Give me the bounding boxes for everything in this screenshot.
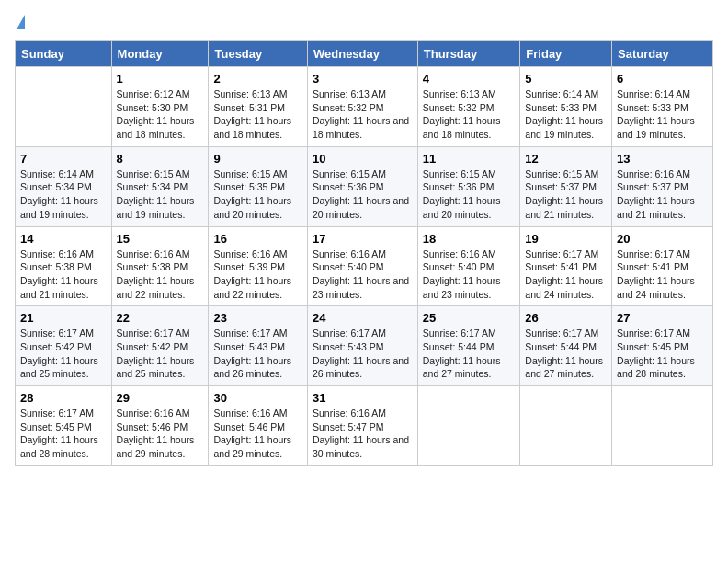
- calendar-cell: 23Sunrise: 6:17 AMSunset: 5:43 PMDayligh…: [209, 306, 308, 386]
- calendar-cell: [520, 386, 612, 466]
- col-header-tuesday: Tuesday: [209, 41, 308, 67]
- day-number: 6: [617, 72, 708, 86]
- calendar-week-row: 1Sunrise: 6:12 AMSunset: 5:30 PMDaylight…: [16, 67, 713, 147]
- calendar-week-row: 28Sunrise: 6:17 AMSunset: 5:45 PMDayligh…: [16, 386, 713, 466]
- day-number: 18: [423, 232, 516, 246]
- day-info: Sunrise: 6:16 AMSunset: 5:37 PMDaylight:…: [617, 167, 708, 222]
- day-info: Sunrise: 6:17 AMSunset: 5:43 PMDaylight:…: [213, 327, 302, 381]
- calendar-table: SundayMondayTuesdayWednesdayThursdayFrid…: [15, 40, 713, 466]
- calendar-cell: 18Sunrise: 6:16 AMSunset: 5:40 PMDayligh…: [417, 226, 520, 306]
- calendar-cell: 4Sunrise: 6:13 AMSunset: 5:32 PMDaylight…: [417, 67, 520, 147]
- day-info: Sunrise: 6:16 AMSunset: 5:38 PMDaylight:…: [20, 247, 107, 302]
- calendar-cell: 26Sunrise: 6:17 AMSunset: 5:44 PMDayligh…: [520, 306, 612, 386]
- calendar-cell: 7Sunrise: 6:14 AMSunset: 5:34 PMDaylight…: [16, 146, 112, 226]
- day-info: Sunrise: 6:17 AMSunset: 5:45 PMDaylight:…: [617, 327, 708, 381]
- day-number: 11: [423, 152, 516, 166]
- logo-triangle-icon: [17, 15, 25, 29]
- col-header-wednesday: Wednesday: [307, 41, 417, 67]
- day-info: Sunrise: 6:16 AMSunset: 5:38 PMDaylight:…: [117, 247, 204, 302]
- day-number: 23: [213, 311, 302, 325]
- day-info: Sunrise: 6:16 AMSunset: 5:40 PMDaylight:…: [313, 247, 413, 302]
- calendar-cell: 31Sunrise: 6:16 AMSunset: 5:47 PMDayligh…: [307, 386, 417, 466]
- day-number: 8: [117, 152, 204, 166]
- calendar-cell: 2Sunrise: 6:13 AMSunset: 5:31 PMDaylight…: [209, 67, 308, 147]
- calendar-cell: 22Sunrise: 6:17 AMSunset: 5:42 PMDayligh…: [111, 306, 209, 386]
- day-number: 24: [313, 311, 413, 325]
- col-header-friday: Friday: [520, 41, 612, 67]
- calendar-cell: 20Sunrise: 6:17 AMSunset: 5:41 PMDayligh…: [612, 226, 713, 306]
- col-header-sunday: Sunday: [16, 41, 112, 67]
- day-info: Sunrise: 6:13 AMSunset: 5:32 PMDaylight:…: [313, 87, 413, 142]
- day-number: 15: [117, 232, 204, 246]
- day-info: Sunrise: 6:16 AMSunset: 5:46 PMDaylight:…: [117, 407, 204, 461]
- calendar-cell: 13Sunrise: 6:16 AMSunset: 5:37 PMDayligh…: [612, 146, 713, 226]
- calendar-cell: 3Sunrise: 6:13 AMSunset: 5:32 PMDaylight…: [307, 67, 417, 147]
- calendar-cell: 14Sunrise: 6:16 AMSunset: 5:38 PMDayligh…: [16, 226, 112, 306]
- day-number: 28: [20, 391, 107, 405]
- calendar-cell: [417, 386, 520, 466]
- calendar-cell: 1Sunrise: 6:12 AMSunset: 5:30 PMDaylight…: [111, 67, 209, 147]
- calendar-cell: [16, 67, 112, 147]
- day-number: 21: [20, 311, 107, 325]
- day-number: 3: [313, 72, 413, 86]
- day-number: 1: [117, 72, 204, 86]
- day-number: 17: [313, 232, 413, 246]
- calendar-cell: 10Sunrise: 6:15 AMSunset: 5:36 PMDayligh…: [307, 146, 417, 226]
- day-info: Sunrise: 6:15 AMSunset: 5:37 PMDaylight:…: [525, 167, 607, 222]
- calendar-cell: 15Sunrise: 6:16 AMSunset: 5:38 PMDayligh…: [111, 226, 209, 306]
- day-number: 12: [525, 152, 607, 166]
- day-info: Sunrise: 6:16 AMSunset: 5:46 PMDaylight:…: [213, 407, 302, 461]
- calendar-cell: 24Sunrise: 6:17 AMSunset: 5:43 PMDayligh…: [307, 306, 417, 386]
- day-info: Sunrise: 6:17 AMSunset: 5:42 PMDaylight:…: [20, 327, 107, 381]
- day-number: 4: [423, 72, 516, 86]
- calendar-cell: 27Sunrise: 6:17 AMSunset: 5:45 PMDayligh…: [612, 306, 713, 386]
- day-info: Sunrise: 6:15 AMSunset: 5:35 PMDaylight:…: [213, 167, 302, 222]
- logo: [15, 15, 25, 29]
- calendar-cell: [612, 386, 713, 466]
- calendar-cell: 19Sunrise: 6:17 AMSunset: 5:41 PMDayligh…: [520, 226, 612, 306]
- calendar-week-row: 7Sunrise: 6:14 AMSunset: 5:34 PMDaylight…: [16, 146, 713, 226]
- day-info: Sunrise: 6:17 AMSunset: 5:42 PMDaylight:…: [117, 327, 204, 381]
- day-number: 20: [617, 232, 708, 246]
- day-number: 13: [617, 152, 708, 166]
- day-number: 29: [117, 391, 204, 405]
- calendar-cell: 30Sunrise: 6:16 AMSunset: 5:46 PMDayligh…: [209, 386, 308, 466]
- day-number: 14: [20, 232, 107, 246]
- calendar-cell: 6Sunrise: 6:14 AMSunset: 5:33 PMDaylight…: [612, 67, 713, 147]
- day-info: Sunrise: 6:14 AMSunset: 5:34 PMDaylight:…: [20, 167, 107, 222]
- day-number: 26: [525, 311, 607, 325]
- day-number: 30: [213, 391, 302, 405]
- day-info: Sunrise: 6:14 AMSunset: 5:33 PMDaylight:…: [525, 87, 607, 142]
- calendar-cell: 28Sunrise: 6:17 AMSunset: 5:45 PMDayligh…: [16, 386, 112, 466]
- day-number: 22: [117, 311, 204, 325]
- day-info: Sunrise: 6:17 AMSunset: 5:41 PMDaylight:…: [617, 247, 708, 302]
- day-number: 7: [20, 152, 107, 166]
- day-number: 16: [213, 232, 302, 246]
- col-header-monday: Monday: [111, 41, 209, 67]
- calendar-cell: 11Sunrise: 6:15 AMSunset: 5:36 PMDayligh…: [417, 146, 520, 226]
- calendar-cell: 9Sunrise: 6:15 AMSunset: 5:35 PMDaylight…: [209, 146, 308, 226]
- page-header: [15, 15, 713, 29]
- calendar-cell: 29Sunrise: 6:16 AMSunset: 5:46 PMDayligh…: [111, 386, 209, 466]
- day-number: 25: [423, 311, 516, 325]
- day-number: 31: [313, 391, 413, 405]
- day-number: 10: [313, 152, 413, 166]
- calendar-header-row: SundayMondayTuesdayWednesdayThursdayFrid…: [16, 41, 713, 67]
- day-info: Sunrise: 6:17 AMSunset: 5:41 PMDaylight:…: [525, 247, 607, 302]
- day-number: 19: [525, 232, 607, 246]
- day-info: Sunrise: 6:16 AMSunset: 5:39 PMDaylight:…: [213, 247, 302, 302]
- calendar-cell: 21Sunrise: 6:17 AMSunset: 5:42 PMDayligh…: [16, 306, 112, 386]
- day-info: Sunrise: 6:17 AMSunset: 5:44 PMDaylight:…: [423, 327, 516, 381]
- calendar-cell: 8Sunrise: 6:15 AMSunset: 5:34 PMDaylight…: [111, 146, 209, 226]
- day-info: Sunrise: 6:16 AMSunset: 5:47 PMDaylight:…: [313, 407, 413, 461]
- day-info: Sunrise: 6:13 AMSunset: 5:31 PMDaylight:…: [213, 87, 302, 142]
- calendar-cell: 25Sunrise: 6:17 AMSunset: 5:44 PMDayligh…: [417, 306, 520, 386]
- col-header-saturday: Saturday: [612, 41, 713, 67]
- calendar-cell: 5Sunrise: 6:14 AMSunset: 5:33 PMDaylight…: [520, 67, 612, 147]
- col-header-thursday: Thursday: [417, 41, 520, 67]
- calendar-cell: 12Sunrise: 6:15 AMSunset: 5:37 PMDayligh…: [520, 146, 612, 226]
- day-info: Sunrise: 6:15 AMSunset: 5:34 PMDaylight:…: [117, 167, 204, 222]
- day-info: Sunrise: 6:14 AMSunset: 5:33 PMDaylight:…: [617, 87, 708, 142]
- day-info: Sunrise: 6:16 AMSunset: 5:40 PMDaylight:…: [423, 247, 516, 302]
- day-info: Sunrise: 6:17 AMSunset: 5:45 PMDaylight:…: [20, 407, 107, 461]
